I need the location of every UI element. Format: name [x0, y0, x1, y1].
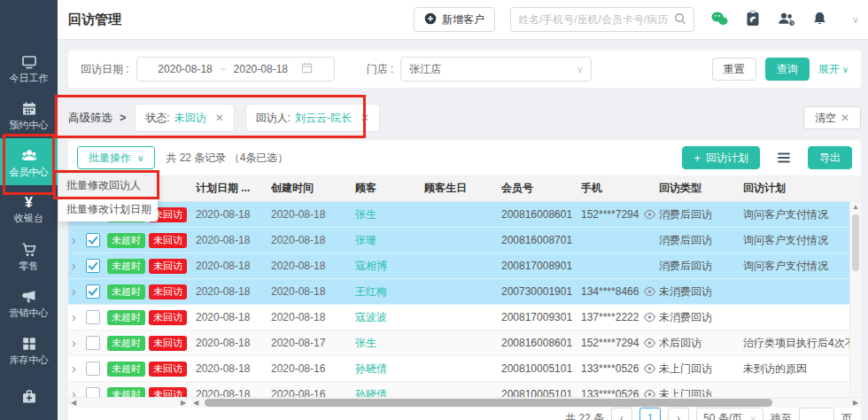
vertical-scrollbar[interactable]: ▲ ▼ [849, 202, 861, 406]
search-icon[interactable] [674, 12, 686, 27]
scroll-right-icon[interactable]: ▶ [178, 398, 189, 408]
cell-created-time: 2020-08-18 [271, 311, 355, 323]
col-header[interactable]: 顾客生日 [424, 181, 501, 196]
export-button[interactable]: 导出 [808, 146, 852, 169]
col-header[interactable]: 创建时间 [271, 181, 355, 196]
cell-plan-date: 2020-08-18 [196, 311, 271, 323]
row-expand-icon[interactable]: › [72, 388, 86, 397]
row-checkbox[interactable] [86, 387, 100, 397]
customer-link[interactable]: 王红梅 [355, 284, 424, 299]
row-checkbox[interactable] [86, 259, 100, 273]
inventory-icon [20, 335, 38, 353]
contacts-icon[interactable] [777, 10, 796, 30]
sidebar-item-today-work[interactable]: 今日工作 [0, 44, 58, 91]
table-row: ›未超时未回访2020-08-182020-08-18寇波波2008170093… [68, 305, 861, 331]
customer-link[interactable]: 寇相博 [355, 259, 424, 274]
sidebar-item-medical[interactable] [0, 373, 58, 420]
scroll-left-icon[interactable]: ◀ [68, 398, 79, 408]
row-expand-icon[interactable]: › [72, 362, 86, 375]
main-pane-scrollbar[interactable]: ◀ ▶ [190, 397, 861, 408]
row-expand-icon[interactable]: › [72, 234, 86, 246]
sidebar-item-cashier[interactable]: ¥收银台 [0, 185, 58, 232]
clipboard-phone-icon[interactable] [744, 10, 762, 30]
chevron-down-icon[interactable]: ∨ [852, 14, 859, 26]
remove-chip-icon[interactable]: ✕ [360, 112, 369, 124]
row-checkbox[interactable] [86, 233, 100, 247]
sidebar-item-marketing-center[interactable]: 营销中心 [0, 279, 58, 326]
timeout-status-badge: 未超时 [107, 259, 145, 274]
col-header[interactable]: 会员号 [501, 181, 581, 196]
cell-visit-plan: 询问客户支付情况 [743, 207, 861, 222]
bell-icon[interactable] [811, 10, 828, 30]
customer-link[interactable]: 张生 [355, 336, 424, 351]
row-checkbox[interactable] [86, 310, 100, 324]
cell-plan-date: 2020-08-18 [196, 285, 271, 298]
customer-link[interactable]: 寇波波 [355, 310, 424, 325]
query-button[interactable]: 查询 [765, 58, 810, 81]
sidebar-item-appointment-center[interactable]: 预约中心 [0, 91, 58, 138]
horizontal-scrollbar[interactable]: ◀ ▶ ◀ ▶ [68, 397, 861, 408]
dropdown-item[interactable]: 批量修改回访人 [58, 174, 158, 198]
col-header[interactable]: 顾客 [355, 181, 424, 196]
batch-operation-button[interactable]: 批量操作∨ [77, 146, 155, 169]
row-checkbox[interactable] [86, 362, 100, 376]
dropdown-item[interactable]: 批量修改计划日期 [58, 198, 158, 222]
sidebar-item-label: 预约中心 [10, 121, 49, 130]
advanced-filter-label[interactable]: 高级筛选> [68, 111, 126, 126]
cell-member-no: 200816008701 [501, 234, 581, 246]
prev-page-button[interactable]: ‹ [611, 408, 632, 420]
phone-reveal-icon[interactable] [643, 209, 656, 220]
total-count: 共 22 条 [565, 411, 604, 420]
chip-prefix: 回访人: [256, 111, 291, 126]
phone-reveal-icon[interactable] [643, 389, 656, 397]
search-input[interactable]: 姓名/手机号/座机/会员卡号/病历号 [510, 7, 694, 32]
page-jump-input[interactable] [799, 408, 834, 420]
row-checkbox[interactable] [86, 284, 100, 299]
phone-reveal-icon[interactable] [643, 312, 656, 323]
scroll-left-icon[interactable]: ◀ [190, 398, 201, 408]
row-expand-icon[interactable]: › [72, 285, 86, 298]
next-page-button[interactable]: › [668, 408, 689, 420]
current-page-button[interactable]: 1 [639, 408, 661, 420]
customer-link[interactable]: 张珊 [355, 233, 424, 248]
row-checkbox[interactable] [86, 336, 100, 350]
customer-link[interactable]: 张生 [355, 207, 424, 222]
remove-chip-icon[interactable]: ✕ [215, 112, 224, 124]
sidebar-item-inventory-center[interactable]: 库存中心 [0, 326, 58, 373]
frozen-pane-scrollbar[interactable]: ◀ ▶ [68, 397, 189, 408]
col-header[interactable]: 手机 [581, 181, 659, 196]
sidebar-item-retail[interactable]: 零售 [0, 232, 58, 279]
phone-reveal-icon[interactable] [643, 363, 656, 374]
col-header[interactable]: 回访类型 [659, 181, 743, 196]
expand-toggle[interactable]: 展开∨ [818, 62, 849, 77]
scroll-up-icon[interactable]: ▲ [850, 202, 861, 213]
wechat-icon[interactable] [709, 10, 729, 30]
page-size-select[interactable]: 50 条/页∨ [696, 408, 763, 420]
add-visit-plan-button[interactable]: +回访计划 [682, 146, 760, 169]
scrollbar-thumb[interactable] [852, 214, 859, 271]
customer-link[interactable]: 孙晓倩 [355, 387, 424, 398]
sidebar-item-member-center[interactable]: 会员中心 [0, 138, 58, 185]
customer-link[interactable]: 孙晓倩 [355, 362, 424, 377]
col-header[interactable]: 回访计划 [743, 181, 861, 196]
row-expand-icon[interactable]: › [72, 260, 86, 272]
col-header[interactable]: 计划日期 ... [196, 181, 271, 196]
clear-filters-button[interactable]: 清空✕ [803, 106, 861, 129]
table-row: ›未超时未回访2020-08-182020-08-18王红梅2007300019… [68, 279, 861, 305]
megaphone-icon [20, 288, 38, 306]
sidebar-item-label: 营销中心 [10, 308, 49, 318]
row-expand-icon[interactable]: › [72, 337, 86, 349]
column-settings-icon[interactable] [776, 150, 792, 166]
reset-button[interactable]: 重置 [712, 58, 756, 81]
cell-member-no: 200817008901 [501, 260, 581, 272]
visit-date-range-input[interactable]: 2020-08-18 ~ 2020-08-18 [136, 57, 335, 82]
phone-reveal-icon[interactable] [643, 338, 656, 348]
add-customer-button[interactable]: 新增客户 [414, 7, 495, 32]
row-expand-icon[interactable]: › [72, 311, 86, 323]
scroll-right-icon[interactable]: ▶ [850, 398, 861, 408]
scrollbar-thumb[interactable] [205, 399, 772, 407]
table-card: 批量操作∨ 共 22 条记录 （4条已选） +回访计划 导出 计划日期 ... … [68, 140, 861, 420]
phone-reveal-icon[interactable] [643, 286, 656, 297]
cell-created-time: 2020-08-18 [271, 234, 355, 246]
store-select[interactable]: 张江店 ∨ [400, 57, 592, 82]
